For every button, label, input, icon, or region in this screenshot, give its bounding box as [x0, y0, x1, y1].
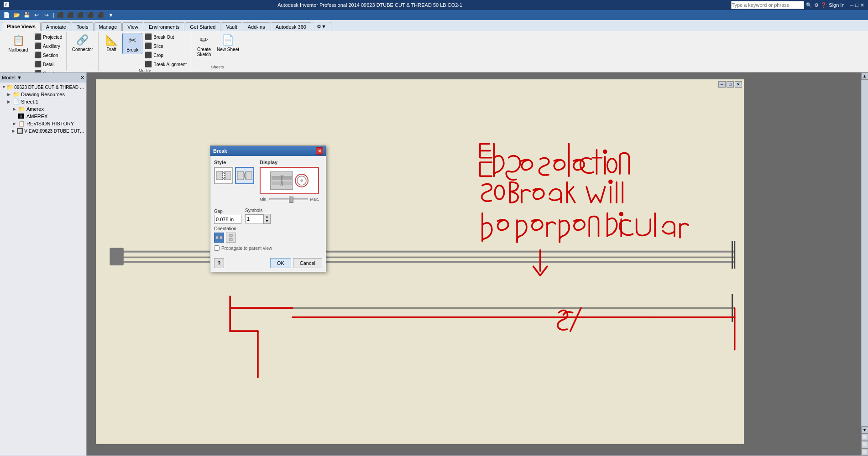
drawing-sheet: ─ □ ✕: [96, 79, 744, 444]
qa-btn2[interactable]: ⬛: [66, 10, 75, 20]
break-button[interactable]: ✂ Break: [122, 33, 142, 54]
model-label[interactable]: Model ▼: [2, 75, 22, 80]
slider-track[interactable]: [269, 198, 308, 200]
tree-item-root[interactable]: ▼ 📁 09623 DTUBE CUT & THREAD 50 LB C: [1, 83, 85, 91]
dialog-footer-buttons: OK Cancel: [270, 258, 322, 268]
dialog-cancel-button[interactable]: Cancel: [293, 258, 322, 268]
tab-annotate[interactable]: Annotate: [41, 22, 71, 31]
modify-buttons: 📐 Draft ✂ Break ⬛ Break Out ⬛ Slice: [101, 33, 188, 68]
section-icon: ⬛: [34, 52, 42, 58]
scroll-btn-1[interactable]: ⬜: [861, 434, 868, 441]
dialog-close-button[interactable]: ✕: [316, 147, 323, 155]
symbols-input[interactable]: [245, 214, 263, 223]
tree-label-v2: VIEW2:09623 DTUBE CUT & TH: [24, 129, 84, 134]
tree-icon-rev: 📋: [18, 120, 26, 127]
qa-btn5[interactable]: ⬛: [96, 10, 105, 20]
new-sheet-label: New Sheet: [217, 47, 239, 52]
ribbon-group-connector: 🔗 Connector: [67, 32, 99, 71]
title-bar-left: 🅰: [4, 2, 9, 8]
create-sketch-button[interactable]: ✏ CreateSketch: [194, 33, 214, 58]
spinner-down[interactable]: ▼: [264, 219, 270, 223]
search-icon[interactable]: 🔍: [806, 2, 812, 8]
manage-icon[interactable]: ⚙: [814, 2, 819, 8]
detail-button[interactable]: ⬛ Detail: [33, 60, 63, 68]
orient-vertical-button[interactable]: [226, 233, 236, 243]
ribbon-group-modify: 📐 Draft ✂ Break ⬛ Break Out ⬛ Slice: [99, 32, 191, 71]
tab-vault[interactable]: Vault: [221, 22, 242, 31]
tree-item-amerex2[interactable]: 🅰 AMEREX: [1, 113, 85, 120]
qa-btn1[interactable]: ⬛: [56, 10, 65, 20]
tab-get-started[interactable]: Get Started: [185, 22, 220, 31]
break-alignment-button[interactable]: ⬛ Break Alignment: [143, 60, 188, 68]
inner-maximize[interactable]: □: [727, 81, 734, 88]
connector-button[interactable]: 🔗 Connector: [70, 33, 95, 53]
connector-icon: 🔗: [76, 34, 89, 46]
style-btn-2[interactable]: [235, 167, 254, 184]
gap-input[interactable]: [214, 215, 241, 224]
style-btn-1[interactable]: [214, 167, 233, 184]
tab-tools[interactable]: Tools: [72, 22, 94, 31]
scroll-up[interactable]: ▲: [861, 73, 868, 80]
help-icon[interactable]: ❓: [821, 2, 827, 8]
slice-button[interactable]: ⬛ Slice: [143, 42, 188, 50]
break-dialog: Break ✕ Style: [210, 145, 326, 272]
propagate-checkbox[interactable]: [214, 245, 220, 251]
scroll-btn-2[interactable]: ⬜: [861, 441, 868, 448]
draft-button[interactable]: 📐 Draft: [101, 33, 121, 53]
detail-label: Detail: [43, 62, 55, 67]
scroll-btn-3[interactable]: ⬜: [861, 448, 868, 456]
panel-close-btn[interactable]: ✕: [80, 75, 84, 81]
tab-add-ins[interactable]: Add-Ins: [243, 22, 270, 31]
new-sheet-icon: 📄: [222, 34, 234, 46]
svg-line-39: [223, 178, 225, 179]
scroll-track[interactable]: [862, 80, 868, 426]
dialog-titlebar[interactable]: Break ✕: [210, 146, 326, 156]
section-button[interactable]: ⬛ Section: [33, 51, 63, 59]
qa-dropdown[interactable]: ▼: [106, 10, 115, 20]
title-bar-title: Autodesk Inventor Professional 2014 0962…: [9, 2, 731, 8]
qa-undo[interactable]: ↩: [32, 10, 41, 20]
inner-close[interactable]: ✕: [735, 81, 742, 88]
inner-minimize[interactable]: ─: [718, 81, 726, 88]
tree-item-view2[interactable]: ▶ 🔲 VIEW2:09623 DTUBE CUT & TH: [1, 127, 85, 135]
nailboard-button[interactable]: 📋 Nailboard: [5, 33, 32, 54]
tab-manage[interactable]: Manage: [94, 22, 122, 31]
projected-icon: ⬛: [34, 33, 42, 40]
dialog-ok-button[interactable]: OK: [270, 258, 291, 268]
break-out-button[interactable]: ⬛ Break Out: [143, 33, 188, 41]
orientation-buttons: [214, 233, 322, 243]
qa-redo[interactable]: ↪: [42, 10, 51, 20]
tree-icon-dr: 📁: [13, 91, 20, 98]
tab-view[interactable]: View: [122, 22, 143, 31]
tree-item-drawing-resources[interactable]: ▶ 📁 Drawing Resources: [1, 91, 85, 98]
window-minimize[interactable]: ─: [850, 2, 854, 8]
search-input[interactable]: [731, 1, 804, 9]
tree-item-sheet1[interactable]: ▶ 📄 Sheet:1: [1, 98, 85, 105]
orient-horizontal-button[interactable]: [214, 233, 224, 243]
tab-autodesk360[interactable]: Autodesk 360: [271, 22, 311, 31]
projected-button[interactable]: ⬛ Projected: [33, 33, 63, 41]
qa-new[interactable]: 📄: [2, 10, 11, 20]
tab-place-views[interactable]: Place Views: [2, 22, 41, 31]
window-maximize[interactable]: □: [855, 2, 858, 8]
tab-settings[interactable]: ⚙▼: [312, 22, 331, 31]
crop-button[interactable]: ⬛ Crop: [143, 51, 188, 59]
new-sheet-button[interactable]: 📄 New Sheet: [215, 33, 241, 53]
window-close[interactable]: ✕: [860, 2, 864, 8]
spinner-up[interactable]: ▲: [264, 214, 270, 219]
qa-save[interactable]: 💾: [22, 10, 31, 20]
signin-label[interactable]: Sign In: [829, 2, 844, 8]
tree-item-revision[interactable]: ▶ 📋 REVISION HISTORY: [1, 120, 85, 127]
canvas-area[interactable]: ─ □ ✕: [87, 73, 868, 456]
qa-open[interactable]: 📂: [12, 10, 21, 20]
tab-environments[interactable]: Environments: [144, 22, 184, 31]
scroll-down[interactable]: ▼: [861, 426, 868, 434]
qa-btn3[interactable]: ⬛: [76, 10, 85, 20]
create-sketch-icon: ✏: [200, 34, 208, 46]
slider-thumb[interactable]: [289, 197, 293, 203]
auxiliary-button[interactable]: ⬛ Auxiliary: [33, 42, 63, 50]
dialog-help-button[interactable]: ?: [214, 258, 224, 268]
tree-item-amerex1[interactable]: ▶ 📁 Amerex: [1, 105, 85, 113]
crop-label: Crop: [153, 53, 163, 58]
qa-btn4[interactable]: ⬛: [86, 10, 95, 20]
